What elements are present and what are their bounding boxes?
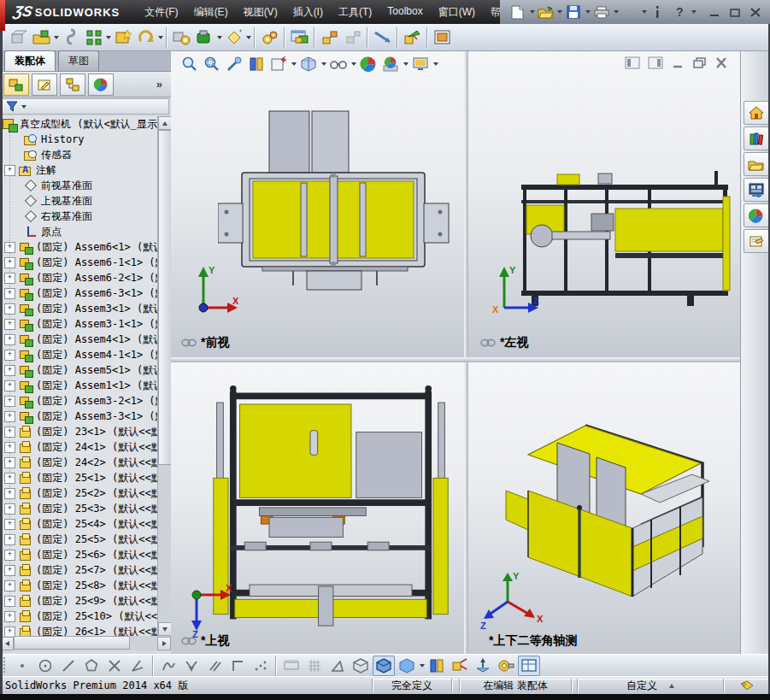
move-component-button[interactable] xyxy=(134,26,157,49)
apply-scene-button[interactable] xyxy=(380,54,401,74)
viewport-front[interactable]: Y X *前视 xyxy=(171,51,464,357)
expand-icon[interactable]: + xyxy=(4,303,15,315)
expand-icon[interactable]: + xyxy=(4,580,15,591)
measure-angle-icon[interactable] xyxy=(326,656,349,676)
tree-item[interactable]: +(固定) Assem6-3<1> (默认 xyxy=(0,285,157,301)
zoom-to-fit-button[interactable] xyxy=(179,54,200,74)
insert-components-button[interactable] xyxy=(30,26,53,49)
undo-button[interactable] xyxy=(619,3,641,21)
assembly-tools-button[interactable] xyxy=(258,26,281,49)
expand-icon[interactable]: + xyxy=(4,288,15,299)
configurationmanager-tab[interactable] xyxy=(60,74,85,96)
file-explorer-icon[interactable] xyxy=(744,152,769,176)
tree-item[interactable]: +(固定) 25<4> (默认<<默认 xyxy=(0,516,157,532)
expand-icon[interactable]: + xyxy=(4,365,15,376)
polygon-tool-icon[interactable] xyxy=(80,656,103,676)
tree-item[interactable]: +(固定) 25<2> (默认<<默认 xyxy=(0,485,157,501)
tree-item[interactable]: +(固定) 24<2> (默认<<默认 xyxy=(0,455,157,470)
expand-icon[interactable]: + xyxy=(4,611,15,622)
menu-window[interactable]: 窗口(W) xyxy=(431,1,483,24)
expand-icon[interactable]: + xyxy=(4,457,15,468)
expand-icon[interactable]: + xyxy=(4,442,15,453)
tree-item[interactable]: 传感器 xyxy=(0,147,157,162)
tree-item[interactable]: +(固定) Assem3-2<1> (默认 xyxy=(0,393,157,409)
view-orientation-button[interactable] xyxy=(268,54,289,74)
custom-properties-icon[interactable] xyxy=(744,229,769,253)
viewport-top[interactable]: X Z *上视 xyxy=(171,362,464,654)
expand-icon[interactable]: + xyxy=(4,488,15,499)
help-button[interactable]: ? xyxy=(668,3,691,21)
propertymanager-tab[interactable] xyxy=(32,74,57,96)
zoom-to-area-button[interactable] xyxy=(202,54,222,74)
tree-item[interactable]: +(固定) 25<5> (默认<<默认 xyxy=(0,532,157,547)
tree-item[interactable]: +(固定) Assem6-2<1> (默认 xyxy=(0,270,157,285)
construction-points-tool-icon[interactable] xyxy=(250,656,272,676)
expand-icon[interactable]: + xyxy=(4,273,15,284)
tree-horizontal-scrollbar[interactable] xyxy=(0,636,171,650)
viewport-splitter-horizontal[interactable] xyxy=(171,357,740,362)
arrow-spline-tool-icon[interactable] xyxy=(180,656,203,676)
shaded-display-icon[interactable] xyxy=(396,656,418,676)
rebuild-button[interactable] xyxy=(647,3,669,21)
expand-icon[interactable]: + xyxy=(4,319,15,330)
trim-tool-icon[interactable] xyxy=(103,656,126,676)
home-icon[interactable] xyxy=(744,101,769,125)
expand-icon[interactable]: + xyxy=(4,411,15,422)
section-display-icon[interactable] xyxy=(426,656,448,676)
move-dropdown-icon[interactable] xyxy=(158,36,163,39)
circle-tool-icon[interactable] xyxy=(34,656,56,676)
expand-icon[interactable]: + xyxy=(4,550,15,561)
float-arrow-icon[interactable] xyxy=(472,656,494,676)
expand-icon[interactable]: + xyxy=(4,519,15,530)
expand-icon[interactable]: + xyxy=(4,242,15,253)
custom-status-dropdown[interactable]: 自定义 xyxy=(577,679,723,693)
tree-item[interactable]: +(固定) 24<1> (默认<<默认 xyxy=(0,439,157,455)
tree-item[interactable]: +(固定) Assem1<1> (默认< xyxy=(0,378,157,393)
expand-icon[interactable]: + xyxy=(4,380,15,391)
tree-item[interactable]: +(固定) 26<1> (默认<<默认 xyxy=(0,624,157,636)
tree-item[interactable]: 右视基准面 xyxy=(0,209,157,224)
assembly-features-button[interactable] xyxy=(193,26,216,49)
measure-tool-icon[interactable] xyxy=(495,656,517,676)
exploded-view-button[interactable] xyxy=(318,26,341,49)
tree-item[interactable]: +(固定) 25<7> (默认<<默认 xyxy=(0,562,157,578)
appearances-scenes-icon[interactable] xyxy=(744,203,769,227)
reference-geometry-button[interactable] xyxy=(222,26,245,49)
display-style-dropdown-icon[interactable] xyxy=(321,62,326,66)
expand-icon[interactable]: + xyxy=(4,350,15,361)
tag-button[interactable] xyxy=(723,679,770,693)
tree-item[interactable]: +注解 xyxy=(0,162,157,178)
expand-icon[interactable]: + xyxy=(4,503,15,515)
menu-view[interactable]: 视图(V) xyxy=(236,1,285,24)
tree-item[interactable]: +(固定) 25<1> (默认<<默认 xyxy=(0,470,157,485)
expand-icon[interactable]: + xyxy=(4,626,15,637)
document-close-button[interactable] xyxy=(714,56,728,69)
wireframe-display-icon[interactable] xyxy=(350,656,372,676)
tree-item[interactable]: +(固定) Assem4-1<1> (默认 xyxy=(0,347,157,362)
tree-item[interactable]: +(固定) Assem3-3<1> (默认 xyxy=(0,409,157,424)
scroll-up-icon[interactable] xyxy=(158,116,172,130)
expand-icon[interactable]: + xyxy=(4,426,15,438)
hide-show-items-button[interactable] xyxy=(328,54,349,74)
close-button[interactable] xyxy=(749,7,761,18)
menu-edit[interactable]: 编辑(E) xyxy=(186,1,236,24)
design-library-icon[interactable] xyxy=(744,126,769,150)
expand-icon[interactable]: + xyxy=(4,165,15,176)
show-hidden-components-button[interactable] xyxy=(170,26,193,49)
tree-item[interactable]: +(固定) 25<10> (默认<<默 xyxy=(0,609,157,624)
tree-item[interactable]: 原点 xyxy=(0,224,157,239)
viewport-isometric[interactable]: Y X Z *上下二等角轴测 xyxy=(468,362,740,654)
reference-geometry-dropdown-icon[interactable] xyxy=(246,36,251,39)
take-snapshot-button[interactable] xyxy=(431,26,454,49)
viewport-splitter-vertical[interactable] xyxy=(464,51,468,654)
corner-tool-icon[interactable] xyxy=(226,656,249,676)
document-minimize-button[interactable] xyxy=(671,56,685,69)
scrollbar-thumb[interactable] xyxy=(14,636,130,650)
new-motion-study-button[interactable] xyxy=(288,26,311,49)
angle-tool-icon[interactable] xyxy=(126,656,149,676)
restore-button[interactable] xyxy=(729,7,741,18)
expand-icon[interactable]: + xyxy=(4,396,15,407)
expand-icon[interactable]: + xyxy=(4,334,15,345)
tree-item[interactable]: +(固定) 23<1> (默认<<默认 xyxy=(0,424,157,439)
smart-fasteners-button[interactable] xyxy=(111,26,134,49)
